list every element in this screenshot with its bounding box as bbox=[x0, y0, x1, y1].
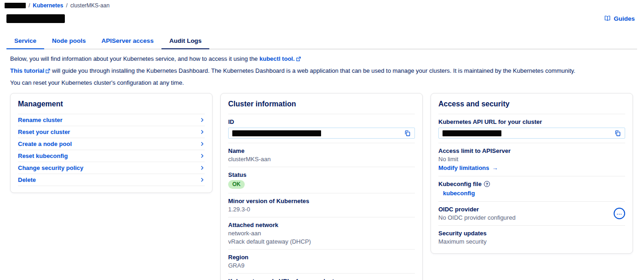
tab-audit-logs[interactable]: Audit Logs bbox=[161, 34, 210, 49]
chevron-right-icon bbox=[200, 117, 205, 122]
oidc-provider-value: No OIDC provider configured bbox=[438, 214, 516, 221]
breadcrumb-separator: / bbox=[66, 2, 67, 9]
breadcrumb-current: clusterMKS-aan bbox=[70, 2, 109, 9]
kubeconfig-file-label: Kubeconfig file ? bbox=[438, 181, 625, 187]
field-minor-version: Minor version of Kubernetes 1.29.3-0 bbox=[228, 193, 415, 217]
tutorial-link[interactable]: This tutorial bbox=[10, 67, 50, 74]
field-region: Region GRA9 bbox=[228, 250, 415, 274]
guides-button[interactable]: Guides bbox=[604, 15, 635, 22]
chevron-right-icon bbox=[200, 141, 205, 146]
api-url-label: Kubernetes API URL for your cluster bbox=[438, 118, 625, 125]
field-oidc-provider: OIDC provider No OIDC provider configure… bbox=[438, 202, 625, 226]
security-updates-label: Security updates bbox=[438, 230, 625, 237]
external-link-icon bbox=[296, 57, 301, 61]
access-limit-value: No limit bbox=[438, 156, 625, 163]
chevron-right-icon bbox=[200, 165, 205, 170]
management-item-change-security-policy[interactable]: Change security policy bbox=[18, 162, 205, 174]
page-title-redacted bbox=[6, 14, 65, 23]
chevron-right-icon bbox=[200, 153, 205, 158]
copy-api-url-button[interactable] bbox=[615, 130, 621, 137]
cluster-information-card-title: Cluster information bbox=[228, 100, 415, 114]
field-node-urls: Kubernetes node URLs for your cluster bbox=[228, 274, 415, 280]
management-card-title: Management bbox=[18, 100, 205, 114]
field-access-limit: Access limit to APIServer No limit Modif… bbox=[438, 143, 625, 176]
copy-icon bbox=[404, 130, 411, 137]
ellipsis-icon: ... bbox=[616, 210, 622, 216]
cards-row: Management Rename cluster Reset your clu… bbox=[10, 93, 634, 280]
field-cluster-id: ID bbox=[228, 114, 415, 143]
tab-service[interactable]: Service bbox=[6, 34, 44, 49]
api-url-redacted-value bbox=[443, 130, 501, 136]
minor-version-label: Minor version of Kubernetes bbox=[228, 198, 415, 204]
minor-version-value: 1.29.3-0 bbox=[228, 206, 415, 213]
chevron-right-icon bbox=[200, 129, 205, 134]
management-item-reset-kubeconfig[interactable]: Reset kubeconfig bbox=[18, 150, 205, 162]
oidc-provider-label: OIDC provider bbox=[438, 206, 516, 213]
status-badge: OK bbox=[228, 180, 245, 189]
field-attached-network: Attached network network-aan vRack defau… bbox=[228, 217, 415, 250]
tab-bar: Service Node pools APIServer access Audi… bbox=[6, 34, 637, 49]
chevron-right-icon bbox=[200, 177, 205, 182]
attached-network-name: network-aan bbox=[228, 230, 415, 237]
cluster-status-label: Status bbox=[228, 171, 415, 178]
attached-network-gateway: vRack default gateway (DHCP) bbox=[228, 238, 415, 245]
breadcrumb-separator: / bbox=[29, 2, 30, 9]
breadcrumb-redacted-segment bbox=[5, 3, 26, 8]
modify-limitations-link[interactable]: Modify limitations → bbox=[438, 164, 498, 171]
attached-network-label: Attached network bbox=[228, 222, 415, 228]
management-list: Rename cluster Reset your cluster Create… bbox=[18, 114, 205, 186]
intro-line-2: This tutorial will guide you through ins… bbox=[10, 68, 644, 74]
tab-apiserver-access[interactable]: APIServer access bbox=[94, 34, 161, 49]
management-item-delete[interactable]: Delete bbox=[18, 174, 205, 186]
copy-icon bbox=[615, 130, 621, 137]
intro-line-3: You can reset your Kubernetes cluster's … bbox=[10, 80, 644, 86]
security-updates-value: Maximum security bbox=[438, 238, 625, 245]
field-cluster-status: Status OK bbox=[228, 167, 415, 193]
access-security-card: Access and security Kubernetes API URL f… bbox=[431, 93, 633, 254]
node-urls-label: Kubernetes node URLs for your cluster bbox=[228, 278, 415, 280]
management-item-reset-cluster[interactable]: Reset your cluster bbox=[18, 126, 205, 138]
book-icon bbox=[604, 15, 611, 22]
intro-section: Below, you will find information about y… bbox=[10, 56, 644, 86]
tab-node-pools[interactable]: Node pools bbox=[44, 34, 94, 49]
copy-cluster-id-button[interactable] bbox=[404, 130, 411, 137]
api-url-field[interactable] bbox=[438, 128, 625, 139]
page-header: Guides bbox=[0, 13, 644, 23]
management-item-rename-cluster[interactable]: Rename cluster bbox=[18, 114, 205, 126]
guides-label: Guides bbox=[614, 15, 635, 22]
cluster-name-value: clusterMKS-aan bbox=[228, 156, 415, 163]
field-api-url: Kubernetes API URL for your cluster bbox=[438, 114, 625, 143]
help-icon[interactable]: ? bbox=[484, 181, 490, 187]
field-kubeconfig: Kubeconfig file ? kubeconfig bbox=[438, 176, 625, 202]
external-link-icon bbox=[46, 69, 50, 73]
field-cluster-name: Name clusterMKS-aan bbox=[228, 143, 415, 167]
arrow-right-icon: → bbox=[492, 164, 498, 171]
access-limit-label: Access limit to APIServer bbox=[438, 147, 625, 154]
cluster-id-redacted-value bbox=[232, 130, 321, 136]
region-value: GRA9 bbox=[228, 262, 415, 269]
region-label: Region bbox=[228, 254, 415, 261]
kubeconfig-link[interactable]: kubeconfig bbox=[443, 190, 475, 197]
breadcrumb-link-kubernetes[interactable]: Kubernetes bbox=[33, 2, 63, 9]
cluster-id-field[interactable] bbox=[228, 128, 415, 139]
cluster-id-label: ID bbox=[228, 118, 415, 125]
cluster-name-label: Name bbox=[228, 147, 415, 154]
management-item-create-node-pool[interactable]: Create a node pool bbox=[18, 138, 205, 150]
oidc-more-actions-button[interactable]: ... bbox=[614, 208, 625, 219]
cluster-information-card: Cluster information ID Name clusterMKS-a… bbox=[220, 93, 423, 280]
management-card: Management Rename cluster Reset your clu… bbox=[10, 93, 213, 193]
field-security-updates: Security updates Maximum security bbox=[438, 226, 625, 247]
breadcrumb: / Kubernetes / clusterMKS-aan bbox=[0, 0, 644, 8]
access-security-card-title: Access and security bbox=[438, 100, 625, 114]
kubectl-tool-link[interactable]: kubectl tool. bbox=[259, 55, 301, 62]
intro-line-1: Below, you will find information about y… bbox=[10, 56, 644, 62]
